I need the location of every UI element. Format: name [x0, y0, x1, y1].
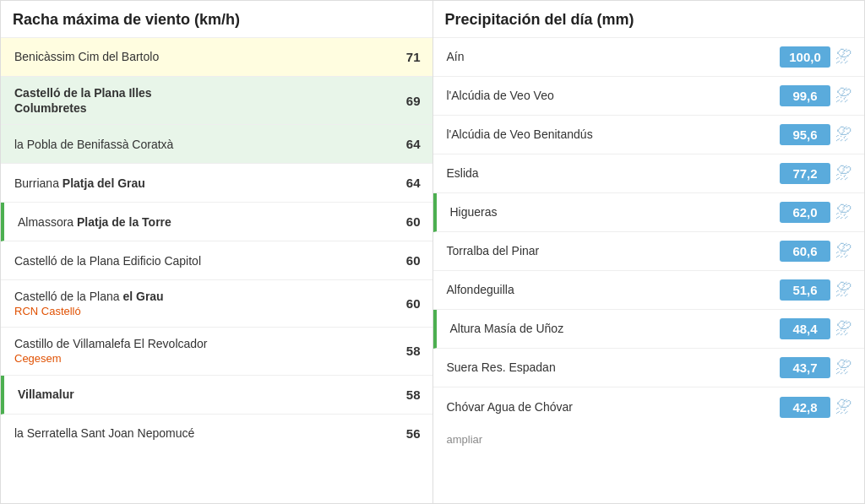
- table-row: Altura Masía de Uñoz48,4⛈: [433, 310, 865, 349]
- rain-icon: ⛈: [835, 319, 852, 339]
- row-label: Benicàssim Cim del Bartolo: [1, 46, 386, 68]
- value-wrap: 62,0⛈: [780, 202, 864, 223]
- row-label: Eslida: [433, 162, 781, 184]
- row-value: 43,7: [780, 357, 830, 378]
- value-wrap: 60,6⛈: [780, 241, 864, 262]
- table-row: Benicàssim Cim del Bartolo71: [1, 38, 432, 77]
- row-value: 64: [386, 176, 432, 190]
- row-value: 95,6: [780, 124, 830, 145]
- row-label: Castelló de la Plana IllesColumbretes: [1, 82, 386, 119]
- value-wrap: 100,0⛈: [780, 46, 864, 68]
- table-row: Castelló de la Plana Edificio Capitol60: [1, 241, 432, 280]
- table-row: Aín100,0⛈: [433, 38, 865, 77]
- value-wrap: 99,6⛈: [780, 85, 864, 106]
- rain-icon: ⛈: [835, 125, 852, 144]
- rain-icon: ⛈: [835, 398, 852, 417]
- rain-icon: ⛈: [835, 47, 852, 67]
- row-label: Castelló de la Plana Edificio Capitol: [1, 250, 386, 272]
- row-label: Chóvar Agua de Chóvar: [433, 396, 781, 418]
- rain-icon: ⛈: [835, 241, 852, 261]
- value-wrap: 51,6⛈: [780, 279, 864, 301]
- row-value: 71: [386, 50, 432, 64]
- precip-rows: Aín100,0⛈l'Alcúdia de Veo Veo99,6⛈l'Alcú…: [433, 38, 865, 426]
- row-value: 64: [386, 137, 432, 151]
- rain-icon: ⛈: [835, 86, 852, 106]
- table-row: Torralba del Pinar60,6⛈: [433, 232, 865, 271]
- row-label: Villamalur: [4, 383, 386, 405]
- row-value: 60: [386, 214, 432, 229]
- table-row: la Pobla de Benifassà Coratxà64: [1, 125, 432, 164]
- row-label: Altura Masía de Uñoz: [437, 317, 781, 339]
- table-row: l'Alcúdia de Veo Veo99,6⛈: [433, 77, 865, 116]
- table-row: Almassora Platja de la Torre60: [1, 203, 432, 241]
- row-label: Castelló de la Plana el GrauRCN Castelló: [1, 285, 386, 322]
- value-wrap: 43,7⛈: [780, 357, 864, 378]
- value-wrap: 77,2⛈: [780, 163, 864, 184]
- ampliar-link[interactable]: ampliar: [433, 426, 865, 453]
- row-value: 100,0: [780, 46, 830, 68]
- value-wrap: 48,4⛈: [780, 318, 864, 339]
- precip-panel: Precipitación del día (mm) Aín100,0⛈l'Al…: [432, 0, 866, 504]
- row-label: Suera Res. Espadan: [433, 356, 781, 378]
- row-value: 60: [386, 296, 432, 311]
- wind-panel-title: Racha máxima de viento (km/h): [1, 1, 432, 38]
- table-row: Castelló de la Plana el GrauRCN Castelló…: [1, 280, 432, 328]
- row-label: l'Alcúdia de Veo Veo: [433, 84, 781, 106]
- row-label: Almassora Platja de la Torre: [4, 211, 386, 233]
- row-value: 42,8: [780, 397, 830, 418]
- precip-panel-title: Precipitación del día (mm): [433, 1, 865, 38]
- row-value: 69: [386, 94, 432, 108]
- value-wrap: 95,6⛈: [780, 124, 864, 145]
- row-label: la Serratella Sant Joan Nepomucé: [1, 422, 386, 444]
- row-label: Burriana Platja del Grau: [1, 172, 386, 194]
- row-value: 62,0: [780, 202, 830, 223]
- table-row: Castelló de la Plana IllesColumbretes69: [1, 77, 432, 125]
- row-label: Higueras: [437, 201, 781, 223]
- table-row: Higueras62,0⛈: [433, 193, 865, 232]
- row-value: 58: [386, 344, 432, 358]
- row-label: Aín: [433, 46, 781, 68]
- value-wrap: 42,8⛈: [780, 397, 864, 418]
- rain-icon: ⛈: [835, 203, 852, 222]
- row-label: Torralba del Pinar: [433, 240, 781, 262]
- table-row: Alfondeguilla51,6⛈: [433, 271, 865, 310]
- wind-rows: Benicàssim Cim del Bartolo71Castelló de …: [1, 38, 432, 453]
- row-value: 99,6: [780, 85, 830, 106]
- row-label: l'Alcúdia de Veo Benitandús: [433, 123, 781, 145]
- table-row: Burriana Platja del Grau64: [1, 164, 432, 203]
- table-row: Villamalur58: [1, 376, 432, 415]
- rain-icon: ⛈: [835, 164, 852, 183]
- wind-panel: Racha máxima de viento (km/h) Benicàssim…: [0, 0, 432, 504]
- rain-icon: ⛈: [835, 280, 852, 300]
- table-row: la Serratella Sant Joan Nepomucé56: [1, 415, 432, 453]
- table-row: Chóvar Agua de Chóvar42,8⛈: [433, 387, 865, 426]
- row-value: 58: [386, 387, 432, 402]
- row-label: Alfondeguilla: [433, 279, 781, 301]
- table-row: l'Alcúdia de Veo Benitandús95,6⛈: [433, 116, 865, 154]
- table-row: Suera Res. Espadan43,7⛈: [433, 349, 865, 387]
- row-value: 51,6: [780, 279, 830, 301]
- table-row: Eslida77,2⛈: [433, 154, 865, 193]
- row-value: 60,6: [780, 241, 830, 262]
- rain-icon: ⛈: [835, 358, 852, 377]
- row-value: 77,2: [780, 163, 830, 184]
- table-row: Castillo de Villamalefa El RevolcadorCeg…: [1, 328, 432, 375]
- row-value: 56: [386, 426, 432, 441]
- row-label: la Pobla de Benifassà Coratxà: [1, 133, 386, 155]
- row-value: 48,4: [780, 318, 830, 339]
- row-value: 60: [386, 253, 432, 268]
- row-label: Castillo de Villamalefa El RevolcadorCeg…: [1, 333, 386, 369]
